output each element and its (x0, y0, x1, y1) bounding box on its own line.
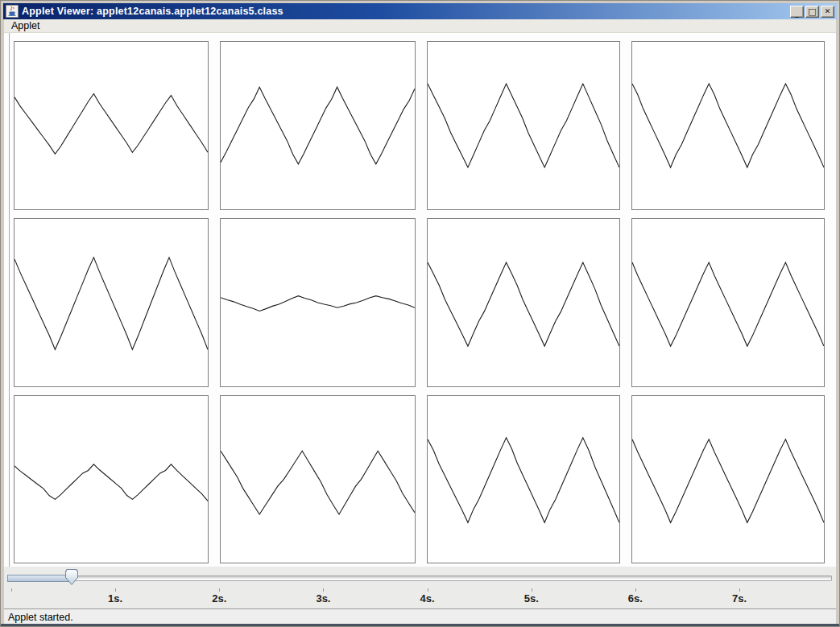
slider-track-filled[interactable] (7, 575, 72, 582)
channel-panel-12 (631, 395, 825, 563)
waveform-5 (14, 219, 208, 386)
waveform-8 (632, 219, 824, 386)
waveform-10 (221, 396, 415, 563)
slider-tick (635, 588, 636, 592)
channel-panel-7 (427, 218, 620, 387)
slider-tick-label: 1s. (108, 592, 122, 604)
waveform-4 (632, 42, 824, 209)
slider-tick-label: 4s. (420, 592, 435, 604)
applet-viewer-window: Applet Viewer: applet12canais.applet12ca… (0, 0, 840, 627)
channel-panel-11 (427, 395, 620, 563)
waveform-9 (14, 396, 208, 563)
close-icon: ✕ (825, 8, 831, 15)
applet-panel-edge (9, 33, 10, 608)
channel-panel-2 (220, 41, 416, 210)
waveform-7 (428, 219, 619, 386)
channel-panel-4 (631, 41, 825, 210)
window-title: Applet Viewer: applet12canais.applet12ca… (22, 6, 283, 17)
slider-tick-label: 2s. (212, 592, 226, 604)
java-applet-icon (6, 5, 19, 18)
waveform-3 (428, 42, 619, 209)
slider-tick-label: 7s. (732, 592, 747, 604)
channel-grid (14, 41, 825, 563)
slider-tick-label: 3s. (316, 592, 330, 604)
channel-panel-9 (14, 395, 209, 563)
maximize-icon: □ (808, 7, 816, 16)
channel-panel-10 (220, 395, 416, 563)
maximize-button[interactable]: □ (805, 6, 819, 18)
minimize-icon: _ (795, 10, 799, 18)
slider-thumb[interactable] (65, 569, 78, 585)
slider-tick (11, 588, 12, 592)
waveform-11 (428, 396, 619, 563)
slider-tick-label: 5s. (524, 592, 539, 604)
close-button[interactable]: ✕ (821, 6, 834, 18)
slider-tick (323, 588, 324, 592)
channel-panel-3 (427, 41, 620, 210)
menu-applet[interactable]: Applet (4, 20, 47, 31)
titlebar[interactable]: Applet Viewer: applet12canais.applet12ca… (3, 3, 837, 19)
slider-tick (115, 588, 116, 592)
status-bar: Applet started. (4, 608, 836, 625)
channel-panel-6 (220, 218, 416, 387)
waveform-1 (14, 42, 208, 209)
status-text: Applet started. (8, 612, 73, 623)
window-controls: _ □ ✕ (790, 6, 834, 18)
slider-tick-label: 6s. (628, 592, 643, 604)
slider-tick (219, 588, 220, 592)
minimize-button[interactable]: _ (790, 6, 804, 18)
menubar: Applet (4, 19, 836, 33)
waveform-2 (221, 42, 415, 209)
slider-thumb-face (66, 570, 77, 584)
slider-tick (532, 588, 532, 592)
slider-track[interactable] (7, 575, 832, 581)
time-slider-region: 1s.2s.3s.4s.5s.6s.7s. (4, 567, 836, 608)
slider-tick (739, 588, 740, 592)
channel-panel-8 (631, 218, 825, 387)
applet-content (4, 33, 836, 567)
slider-tick (428, 588, 428, 592)
channel-panel-1 (14, 41, 209, 210)
waveform-6 (221, 219, 415, 386)
channel-panel-5 (14, 218, 209, 387)
waveform-12 (632, 396, 824, 563)
